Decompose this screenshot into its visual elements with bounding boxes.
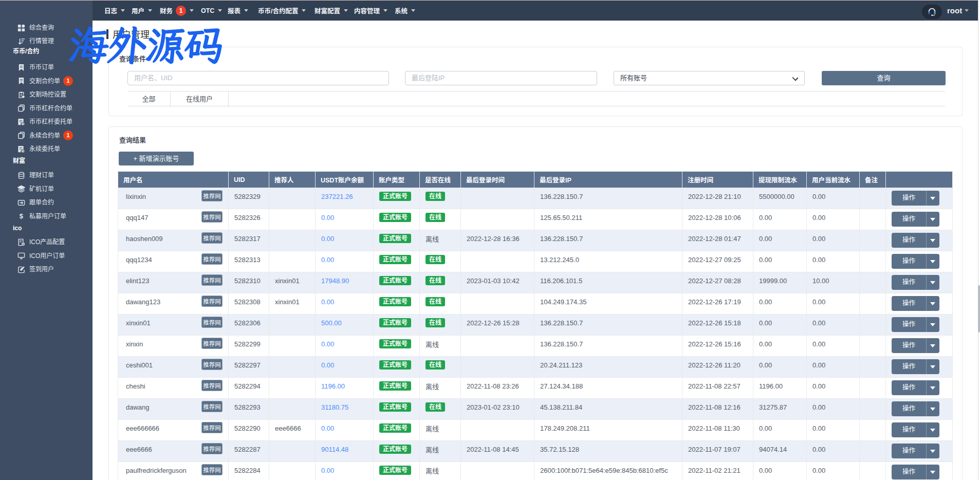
svg-text:$: $ xyxy=(20,212,24,220)
